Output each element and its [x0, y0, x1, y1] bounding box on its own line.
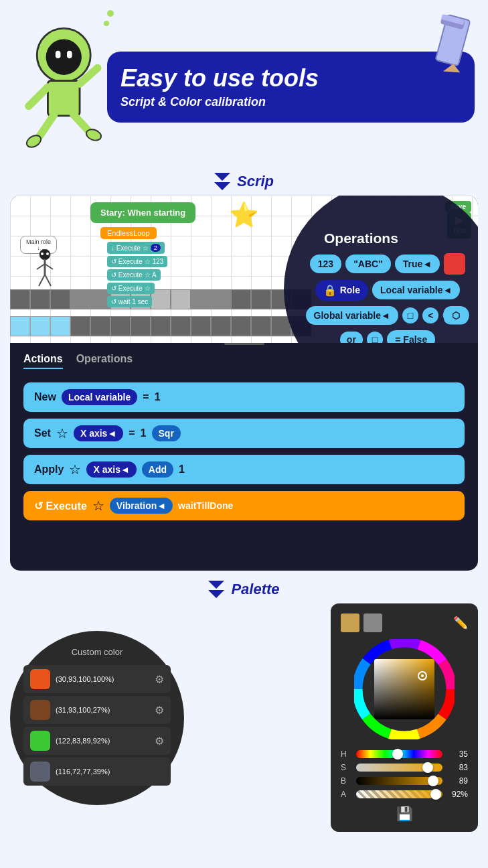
picker-top-row: ✏️: [341, 613, 468, 632]
custom-color-title: Custom color: [72, 647, 123, 657]
svg-line-7: [38, 115, 54, 138]
sqr-chip[interactable]: Sqr: [152, 425, 181, 441]
palette-label: Palette: [231, 581, 279, 598]
color-row-4: (116,72,77,39%): [23, 757, 171, 786]
h-slider-row: H 35: [341, 749, 468, 759]
character: [13, 20, 120, 154]
color-row-1: (30,93,100,100%) ⚙: [23, 665, 171, 693]
op-color-red[interactable]: [444, 253, 465, 275]
exec-btn-5[interactable]: ↺ wait 1 sec: [107, 296, 152, 307]
a-slider[interactable]: [356, 790, 442, 798]
arrow2: [214, 182, 230, 190]
exec-btn-4[interactable]: ↺ Execute ☆: [107, 283, 155, 294]
op-true[interactable]: True◄: [395, 255, 440, 273]
op-local-var[interactable]: Local variable◄: [372, 281, 460, 299]
tile: [10, 316, 30, 336]
arr1: [208, 581, 224, 589]
color-square-1[interactable]: [341, 613, 359, 632]
color-swatch-3: [30, 731, 50, 751]
s-slider[interactable]: [356, 764, 442, 772]
color-label-4: (116,72,77,39%): [56, 768, 164, 776]
action-new-var[interactable]: New Local variable = 1: [23, 382, 465, 412]
op-eq-false[interactable]: = False: [387, 330, 435, 344]
wait-till-done: waitTillDone: [178, 500, 233, 511]
svg-rect-2: [56, 51, 61, 58]
op-hex[interactable]: ⬡: [442, 306, 469, 325]
one-text: 1: [155, 391, 161, 403]
palette-section: Custom color (30,93,100,100%) ⚙ (31,93,1…: [0, 603, 488, 845]
op-box1[interactable]: □: [402, 307, 418, 323]
stickman-svg: [33, 249, 57, 293]
x-axis-chip[interactable]: X axis◄: [74, 425, 123, 441]
loop-block[interactable]: EndlessLoop: [100, 227, 157, 239]
color-swatch-4: [30, 762, 50, 782]
ops-row-2: 🔒 Role Local variable◄: [315, 280, 461, 301]
gear-icon-3[interactable]: ⚙: [155, 735, 164, 747]
set-eq: =: [129, 427, 135, 439]
stickman: [33, 249, 57, 295]
a-value: 92%: [448, 790, 468, 799]
tab-operations[interactable]: Operations: [76, 353, 133, 369]
palette-arrow: [208, 581, 224, 598]
s-thumb[interactable]: [422, 762, 433, 773]
gear-icon-1[interactable]: ⚙: [155, 673, 164, 686]
exec-btn-2[interactable]: ↺ Execute ☆ 123: [107, 256, 167, 267]
b-value: 89: [448, 776, 468, 786]
tile: [10, 289, 30, 309]
action-apply[interactable]: Apply ☆ X axis◄ Add 1: [23, 455, 465, 484]
exec-star: ☆: [92, 498, 104, 514]
vibration-chip[interactable]: Vibration◄: [110, 498, 173, 514]
b-slider-row: B 89: [341, 776, 468, 786]
h-slider[interactable]: [356, 750, 442, 758]
op-role[interactable]: 🔒 Role: [315, 280, 368, 301]
ops-row-4: or □ = False: [340, 330, 435, 344]
color-wheel-svg: [354, 639, 455, 739]
start-block[interactable]: Stary: When starting: [90, 202, 195, 223]
ops-row-1: 123 "ABC" True◄: [310, 253, 465, 275]
s-value: 83: [448, 763, 468, 772]
color-square-2[interactable]: [363, 613, 382, 632]
exec-btn-1[interactable]: ↓ Execute ☆ 2: [107, 242, 165, 254]
exec-btn-3[interactable]: ↺ Execute ☆ A: [107, 269, 161, 281]
op-box2[interactable]: □: [367, 332, 383, 344]
gear-icon-2[interactable]: ⚙: [155, 704, 164, 717]
svg-line-21: [39, 275, 45, 286]
ops-row-3: Global variable◄ □ < ⬡: [306, 306, 470, 325]
script-label: Scrip: [237, 173, 274, 190]
action-set[interactable]: Set ☆ X axis◄ = 1 Sqr: [23, 419, 465, 448]
color-picker-panel: ✏️: [331, 603, 478, 832]
character-svg: [13, 20, 120, 154]
eyedropper-button[interactable]: ✏️: [453, 616, 468, 630]
save-icon[interactable]: 💾: [396, 806, 413, 821]
script-container: Save Test ⭐ Main role ↓: [10, 196, 478, 571]
a-thumb[interactable]: [430, 789, 441, 800]
b-label: B: [341, 776, 351, 786]
color-label-3: (122,83,89,92%): [56, 737, 149, 745]
b-thumb[interactable]: [428, 776, 438, 786]
op-123[interactable]: 123: [310, 255, 341, 273]
script-section-label: Scrip: [0, 173, 488, 190]
pencil-icon: [428, 13, 478, 80]
op-less[interactable]: <: [422, 307, 438, 323]
h-thumb[interactable]: [392, 749, 403, 760]
svg-rect-3: [67, 51, 72, 58]
b-slider[interactable]: [356, 777, 442, 785]
set-star: ☆: [56, 425, 68, 441]
op-abc[interactable]: "ABC": [345, 255, 391, 273]
local-var-chip[interactable]: Local variable: [62, 389, 137, 405]
op-or[interactable]: or: [340, 332, 363, 344]
tab-actions[interactable]: Actions: [23, 353, 63, 369]
action-execute[interactable]: ↺ Execute ☆ Vibration◄ waitTillDone: [23, 491, 465, 520]
apply-text: Apply: [34, 463, 64, 476]
svg-point-17: [46, 252, 49, 255]
arr2: [208, 590, 224, 598]
a-label: A: [341, 790, 351, 799]
svg-line-9: [74, 115, 90, 132]
save-icon-row: 💾: [341, 806, 468, 822]
op-global-var[interactable]: Global variable◄: [306, 306, 398, 325]
apply-x-axis-chip[interactable]: X axis◄: [86, 461, 136, 478]
h-label: H: [341, 749, 351, 759]
operations-title: Operations: [324, 230, 398, 246]
add-chip[interactable]: Add: [142, 461, 173, 478]
hsb-sliders: H 35 S 83 B 89: [341, 749, 468, 799]
